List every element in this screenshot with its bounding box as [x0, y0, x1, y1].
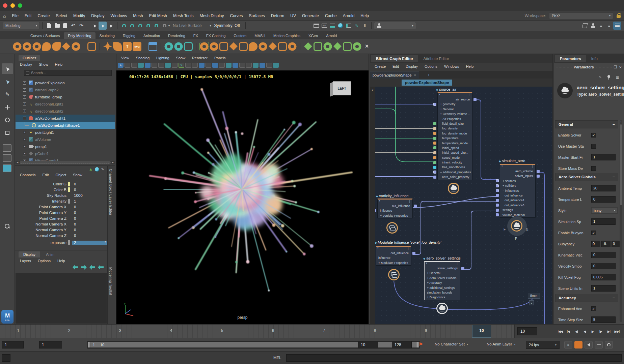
graph-canvas[interactable]: ‹ ◆source_air ▾⋮ air_source [370, 87, 552, 324]
menu-modify[interactable]: Modify [70, 13, 88, 18]
node-label-vorticity-influence[interactable]: ◆vorticity_influence [376, 194, 409, 198]
menu-file[interactable]: File [9, 13, 21, 18]
lights-icon[interactable] [246, 63, 252, 68]
doc-tab-powderExplosionShape[interactable]: powderExplosionShape × [370, 71, 419, 79]
delete-history-icon[interactable]: × [362, 42, 371, 51]
cube-tool-icon[interactable] [23, 42, 31, 51]
color-swatch[interactable] [68, 187, 70, 192]
render-view[interactable]: 00:17:26 1436x1458 | CPU | samples 5/0/0… [116, 70, 369, 324]
lock-camera-icon[interactable] [125, 63, 130, 68]
frame-tick[interactable]: 8 [374, 328, 376, 333]
node-label-aero-solver-settings[interactable]: ◆aero_solver_settings [423, 256, 461, 260]
outliner-menu-help[interactable]: Help [52, 62, 65, 67]
number-field[interactable]: 1 [591, 285, 616, 292]
extrude-icon[interactable] [259, 42, 267, 51]
number-field[interactable]: 0.005 [591, 274, 616, 280]
command-language-label[interactable]: MEL [273, 356, 281, 360]
character-set-icon[interactable]: ▲ [89, 167, 93, 172]
playback-start-field[interactable]: 1 [2, 341, 24, 348]
channel-row[interactable]: Sky Radius1000 [15, 192, 107, 198]
disc-tool-icon[interactable] [72, 42, 80, 51]
open-scene-icon[interactable] [53, 22, 61, 30]
step-back-frame-button[interactable]: ◀| [572, 327, 580, 336]
new-layer-icon[interactable] [98, 265, 104, 270]
outliner-item-pointLight1[interactable]: +✶pointLight1 [16, 129, 110, 136]
play-backwards-button[interactable]: ◀ [580, 327, 589, 336]
float-panel-icon[interactable]: ❐ [614, 65, 617, 69]
number-field[interactable]: 1 [591, 154, 616, 160]
layer-help-menu[interactable]: Help [55, 258, 68, 264]
shelf-tab[interactable]: MASH [250, 32, 269, 39]
number-field[interactable]: 5 [591, 316, 616, 323]
select-by-component-icon[interactable] [107, 22, 115, 30]
anim-start-field[interactable]: 1 [39, 341, 62, 348]
current-frame-tick[interactable]: 10 [479, 328, 484, 333]
move-layer-up-icon[interactable] [73, 265, 78, 270]
textured-icon[interactable] [239, 63, 245, 68]
menu-mesh[interactable]: Mesh [130, 13, 146, 18]
channels-menu[interactable]: Channels [17, 172, 38, 178]
ipr-render-icon[interactable]: IPR [320, 22, 328, 30]
frame-tick[interactable]: 6 [272, 328, 274, 333]
outliner-h-scrollbar[interactable]: ◀ ▶ [16, 161, 115, 164]
go-to-end-button[interactable]: ▶▶| [613, 327, 621, 336]
zoom-window-icon[interactable] [18, 3, 22, 8]
shadows-icon[interactable] [253, 63, 259, 68]
shaded-icon[interactable] [233, 63, 238, 68]
curve-tool-icon[interactable] [200, 42, 209, 51]
section-accuracy[interactable]: Accuracy− [555, 294, 618, 302]
menu-create[interactable]: Create [35, 13, 53, 18]
number-field[interactable]: 0 [591, 263, 616, 269]
sort-outliner-icon[interactable] [581, 22, 589, 30]
layer-tab-display[interactable]: Display [19, 251, 40, 257]
bevel-icon[interactable] [268, 42, 277, 51]
field-chart-icon[interactable] [192, 63, 198, 68]
multi-cut-icon[interactable] [229, 42, 238, 51]
character-set-select[interactable]: No Character Set▾ [435, 342, 468, 346]
maya-home-icon[interactable]: ⌂ [0, 13, 9, 19]
input-port[interactable] [433, 122, 436, 125]
paint-effects-icon[interactable] [345, 22, 353, 30]
single-pane-layout-icon[interactable] [3, 144, 11, 152]
time-node-expander[interactable]: ▾ [529, 300, 534, 305]
input-port[interactable] [433, 127, 436, 130]
checkbox[interactable] [591, 144, 596, 149]
output-port[interactable] [461, 267, 464, 270]
channel-row[interactable]: Intensity1 [15, 198, 107, 204]
undo-icon[interactable]: ↶ [69, 22, 77, 30]
input-port[interactable] [433, 161, 436, 164]
frame-tick[interactable]: 5 [221, 328, 223, 333]
input-port[interactable] [496, 213, 499, 216]
cone-tool-icon[interactable] [42, 42, 51, 51]
playback-end-field[interactable]: 10 [358, 341, 378, 348]
view-cube[interactable]: LEFT [333, 81, 351, 95]
node-simulate-aero[interactable]: ▾⋮ aero_volume solver_inputs + sources +… [500, 164, 536, 218]
layer-tab-anim[interactable]: Anim [41, 251, 59, 257]
rotate-tool-icon[interactable] [2, 115, 13, 125]
booleans-union-icon[interactable] [304, 42, 313, 51]
source-air-cloud-badge[interactable] [448, 183, 459, 194]
move-tool-icon[interactable] [2, 102, 13, 113]
snap-to-point-icon[interactable] [136, 22, 144, 30]
number-field[interactable]: 0 [591, 241, 600, 247]
scroll-right-icon[interactable]: ▶ [112, 161, 114, 164]
motion-blur-icon[interactable] [266, 63, 272, 68]
graph-display-menu[interactable]: Display [403, 64, 420, 70]
platonic-tool-icon[interactable] [87, 42, 96, 51]
playback-options-icon[interactable]: ≡ [564, 341, 572, 348]
menu-edit-mesh[interactable]: Edit Mesh [146, 13, 170, 18]
close-window-icon[interactable] [3, 3, 7, 8]
lighting-menu[interactable]: Lighting [154, 55, 172, 61]
menu-mesh-tools[interactable]: Mesh Tools [170, 13, 196, 18]
renderer-menu[interactable]: Renderer [189, 55, 210, 61]
close-icon[interactable]: × [414, 73, 416, 77]
combine-icon[interactable] [333, 42, 342, 51]
bookmark-icon[interactable]: ⚑ [418, 341, 423, 347]
ui-table-icon[interactable] [148, 42, 157, 51]
menu-deform[interactable]: Deform [268, 13, 287, 18]
input-port[interactable] [496, 199, 499, 202]
pencil-icon[interactable]: ✎ [101, 167, 104, 172]
layer-stack-icon[interactable] [613, 22, 621, 30]
scroll-left-icon[interactable]: ◀ [17, 161, 18, 164]
shelf-tab[interactable]: Arnold [322, 32, 341, 39]
